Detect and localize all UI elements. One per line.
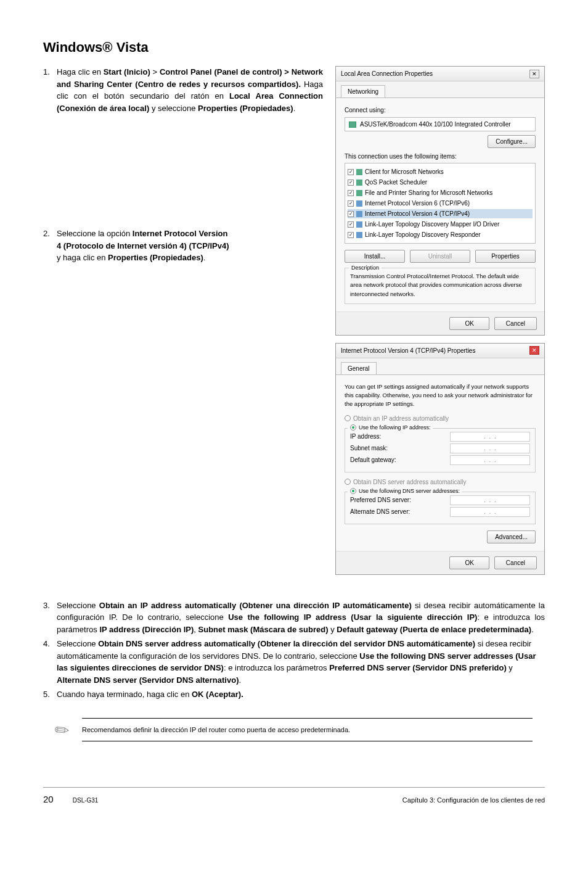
network-item-label: File and Printer Sharing for Microsoft N…	[365, 188, 492, 197]
step-text: Cuando haya terminado, haga clic en OK (…	[57, 688, 545, 701]
intro-text: You can get IP settings assigned automat…	[345, 382, 536, 409]
install-button[interactable]: Install...	[345, 250, 405, 263]
network-item[interactable]: ✓Link-Layer Topology Discovery Responder	[348, 230, 533, 239]
alt-dns-field[interactable]: . . .	[450, 507, 530, 517]
step-text: Haga clic en Start (Inicio) > Control Pa…	[57, 66, 323, 114]
radio-auto-dns[interactable]	[345, 479, 351, 485]
gateway-label: Default gateway:	[350, 455, 396, 464]
radio-auto-ip[interactable]	[345, 415, 351, 421]
network-item[interactable]: ✓Client for Microsoft Networks	[348, 167, 533, 176]
close-icon[interactable]: ✕	[529, 70, 539, 78]
advanced-button[interactable]: Advanced...	[487, 530, 536, 543]
component-icon	[356, 179, 362, 186]
component-icon	[356, 169, 362, 175]
cancel-button[interactable]: Cancel	[494, 317, 537, 330]
component-icon	[356, 221, 362, 228]
network-item-label: Internet Protocol Version 4 (TCP/IPv4)	[365, 209, 470, 218]
component-icon	[356, 190, 362, 196]
ok-button[interactable]: OK	[449, 317, 489, 330]
tab-general[interactable]: General	[341, 362, 377, 374]
subnet-field[interactable]: . . .	[450, 444, 530, 453]
model-label: DSL-G31	[73, 797, 99, 804]
network-item[interactable]: ✓File and Printer Sharing for Microsoft …	[348, 188, 533, 197]
network-item[interactable]: ✓Link-Layer Topology Discovery Mapper I/…	[348, 220, 533, 229]
items-listbox[interactable]: ✓Client for Microsoft Networks✓QoS Packe…	[345, 163, 536, 244]
radio-manual-ip-label: Use the following IP address:	[359, 424, 430, 432]
dialog-title: Local Area Connection Properties	[341, 69, 433, 78]
ok-button[interactable]: OK	[449, 556, 489, 569]
radio-auto-ip-label: Obtain an IP address automatically	[353, 414, 449, 423]
step-num: 1.	[43, 66, 57, 114]
pencil-icon: ✎	[49, 716, 76, 745]
step-4: 4. Seleccione Obtain DNS server address …	[43, 638, 545, 686]
adapter-name: ASUSTeK/Broadcom 440x 10/100 Integrated …	[360, 120, 511, 129]
checkbox-icon[interactable]: ✓	[348, 221, 354, 228]
adapter-icon	[349, 122, 356, 128]
properties-button[interactable]: Properties	[475, 250, 536, 263]
step-text: Seleccione la opción Internet Protocol V…	[57, 228, 229, 264]
step-text: Seleccione Obtain an IP address automati…	[57, 600, 545, 636]
network-item[interactable]: ✓QoS Packet Scheduler	[348, 178, 533, 187]
component-icon	[356, 232, 362, 238]
gateway-field[interactable]: . . .	[450, 455, 530, 465]
checkbox-icon[interactable]: ✓	[348, 200, 354, 207]
step-3: 3. Seleccione Obtain an IP address autom…	[43, 600, 545, 636]
page-number: 20	[43, 794, 54, 804]
cancel-button[interactable]: Cancel	[494, 556, 537, 569]
step-num: 5.	[43, 688, 57, 701]
checkbox-icon[interactable]: ✓	[348, 179, 354, 186]
description-text: Transmission Control Protocol/Internet P…	[350, 272, 530, 299]
network-item-label: Client for Microsoft Networks	[365, 167, 444, 176]
radio-auto-dns-label: Obtain DNS server address automatically	[353, 477, 466, 487]
ip-address-field[interactable]: . . .	[450, 432, 530, 442]
page-footer: 20 DSL-G31 Capítulo 3: Configuración de …	[43, 787, 545, 807]
network-item-label: Internet Protocol Version 6 (TCP/IPv6)	[365, 199, 470, 208]
step-num: 3.	[43, 600, 57, 636]
step-num: 4.	[43, 638, 57, 686]
checkbox-icon[interactable]: ✓	[348, 169, 354, 175]
lac-properties-dialog: Local Area Connection Properties ✕ Netwo…	[335, 66, 545, 336]
step-1: 1. Haga clic en Start (Inicio) > Control…	[43, 66, 323, 114]
radio-manual-dns-label: Use the following DNS server addresses:	[359, 487, 460, 496]
alt-dns-label: Alternate DNS server:	[350, 507, 410, 516]
step-2: 2. Seleccione la opción Internet Protoco…	[43, 228, 323, 264]
checkbox-icon[interactable]: ✓	[348, 190, 354, 196]
radio-manual-ip[interactable]	[350, 424, 356, 431]
configure-button[interactable]: Configure...	[488, 135, 536, 148]
ipv4-properties-dialog: Internet Protocol Version 4 (TCP/IPv4) P…	[335, 343, 545, 575]
note-box: ✎ Recomendamos definir la dirección IP d…	[43, 718, 545, 744]
radio-manual-dns[interactable]	[350, 488, 356, 494]
pref-dns-label: Preferred DNS server:	[350, 495, 411, 505]
network-item-label: QoS Packet Scheduler	[365, 178, 427, 187]
note-text: Recomendamos definir la dirección IP del…	[82, 718, 533, 742]
chapter-label: Capítulo 3: Configuración de los cliente…	[402, 795, 545, 806]
description-title: Description	[349, 264, 382, 273]
checkbox-icon[interactable]: ✓	[348, 211, 354, 217]
component-icon	[356, 211, 362, 217]
close-icon[interactable]: ✕	[529, 346, 539, 355]
items-label: This connection uses the following items…	[345, 152, 536, 161]
uninstall-button[interactable]: Uninstall	[410, 250, 470, 263]
ip-address-label: IP address:	[350, 432, 381, 441]
page-heading: Windows® Vista	[43, 37, 545, 57]
network-item-label: Link-Layer Topology Discovery Mapper I/O…	[365, 220, 499, 229]
checkbox-icon[interactable]: ✓	[348, 232, 354, 238]
step-num: 2.	[43, 228, 57, 264]
component-icon	[356, 200, 362, 207]
network-item[interactable]: ✓Internet Protocol Version 4 (TCP/IPv4)	[348, 209, 533, 218]
network-item-label: Link-Layer Topology Discovery Responder	[365, 230, 481, 239]
subnet-label: Subnet mask:	[350, 444, 388, 453]
pref-dns-field[interactable]: . . .	[450, 495, 530, 505]
network-item[interactable]: ✓Internet Protocol Version 6 (TCP/IPv6)	[348, 199, 533, 208]
tab-networking[interactable]: Networking	[341, 85, 385, 97]
step-text: Seleccione Obtain DNS server address aut…	[57, 638, 545, 686]
step-5: 5. Cuando haya terminado, haga clic en O…	[43, 688, 545, 701]
dialog-title: Internet Protocol Version 4 (TCP/IPv4) P…	[341, 346, 475, 355]
connect-using-label: Connect using:	[345, 105, 536, 115]
